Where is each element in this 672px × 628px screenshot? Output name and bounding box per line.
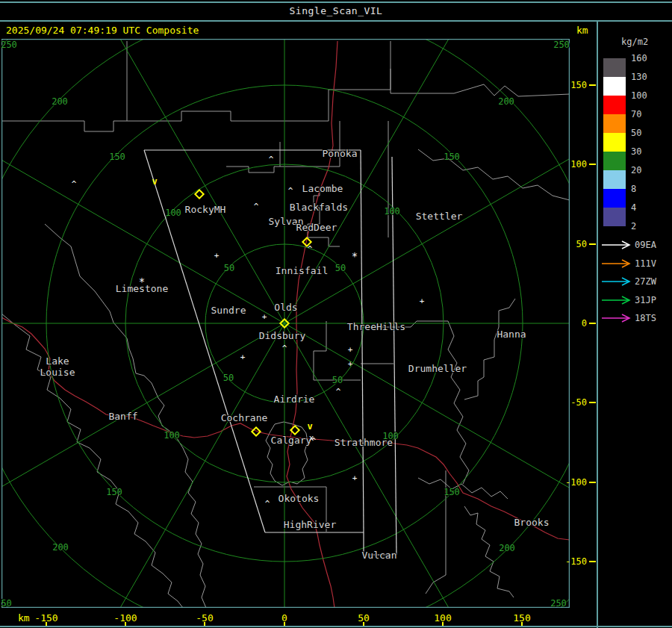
bottom-axis-unit-label: km xyxy=(18,612,30,624)
city-label: Airdrie xyxy=(274,394,315,405)
caret-marker: ^ xyxy=(72,180,77,188)
track-legend-arrow-icon xyxy=(602,296,632,305)
range-ring-label: 50 xyxy=(332,375,343,385)
city-label: Vulcan xyxy=(362,550,397,561)
track-legend-id-label: 27ZW xyxy=(635,276,656,287)
range-ring-label: 250 xyxy=(1,40,17,50)
track-legend-id-label: 111V xyxy=(635,258,656,269)
city-label: RedDeer xyxy=(296,222,337,233)
city-label: Olds xyxy=(274,302,297,313)
city-label: HighRiver xyxy=(284,519,336,530)
right-axis-tick-label: -100 xyxy=(565,477,587,488)
track-legend-id-label: 18TS xyxy=(635,313,656,323)
azimuth-radial-line xyxy=(284,39,485,323)
colorbar-swatch xyxy=(603,77,626,96)
plus-marker: + xyxy=(348,346,353,354)
colorbar-swatch xyxy=(603,133,626,152)
titlebar-bottom-border xyxy=(0,20,672,22)
range-ring-label: 150 xyxy=(444,487,460,497)
colorbar-swatch xyxy=(603,189,626,208)
city-label: Sundre xyxy=(211,305,246,316)
county-boundary-line xyxy=(448,321,469,484)
right-axis-tick-label: -150 xyxy=(565,556,587,567)
city-label: Banff xyxy=(108,411,137,422)
track-arrow-marker: v xyxy=(307,421,312,432)
city-label: Innisfail xyxy=(276,265,328,276)
colorbar-threshold-label: 130 xyxy=(631,72,647,82)
x-marker: x xyxy=(309,434,314,442)
colorbar-threshold-label: 160 xyxy=(631,53,647,63)
star-marker: * xyxy=(139,278,145,286)
range-ring-label: 200 xyxy=(499,543,515,553)
track-legend-arrow-icon xyxy=(602,259,632,268)
range-ring-label: 200 xyxy=(52,96,68,107)
plus-marker: + xyxy=(240,353,246,361)
city-label: Blackfalds xyxy=(290,202,348,213)
right-axis-tick xyxy=(589,164,596,165)
right-axis-tick-label: 150 xyxy=(565,80,587,90)
right-axis-tick xyxy=(589,323,596,324)
track-arrow-marker: v xyxy=(152,176,157,187)
colorbar-threshold-label: 8 xyxy=(631,184,636,194)
azimuth-radial-line xyxy=(85,323,285,608)
colorbar-threshold-label: 20 xyxy=(631,165,641,175)
right-axis-tick xyxy=(589,482,596,483)
track-legend-arrow-icon xyxy=(602,240,632,249)
track-legend-id-label: 31JP xyxy=(635,295,656,305)
city-label: Drumheller xyxy=(408,363,467,374)
range-ring-label: 250 xyxy=(550,598,567,608)
bottom-border xyxy=(0,626,672,627)
range-ring-label: 50 xyxy=(224,263,234,273)
range-ring-label: 200 xyxy=(498,96,514,107)
range-ring-label: 150 xyxy=(106,487,122,497)
right-axis-tick xyxy=(589,561,596,562)
scan-sector-outline xyxy=(361,150,364,532)
caret-marker: ^ xyxy=(308,245,313,253)
right-axis-tick-label: 100 xyxy=(565,159,587,170)
caret-marker: ^ xyxy=(265,500,270,508)
right-axis-tick xyxy=(589,402,596,403)
city-label: Ponoka xyxy=(323,148,358,159)
range-ring-label: 200 xyxy=(52,542,69,553)
colorbar-swatch xyxy=(603,96,626,114)
caret-marker: ^ xyxy=(336,388,341,396)
county-boundary-line xyxy=(418,149,570,200)
caret-marker: ^ xyxy=(282,344,287,352)
range-ring-label: 50 xyxy=(335,263,346,273)
right-axis-tick-label: 50 xyxy=(565,239,587,249)
range-ring-label: 100 xyxy=(164,430,180,441)
plus-marker: + xyxy=(420,297,425,305)
range-ring-label: 100 xyxy=(165,208,181,218)
city-label: Didsbury xyxy=(259,330,306,341)
range-ring-label: 150 xyxy=(109,152,125,162)
colorbar-swatch xyxy=(603,114,626,133)
city-label: Lake Louise xyxy=(40,355,75,378)
plus-marker: + xyxy=(214,252,220,260)
colorbar-swatch xyxy=(603,58,626,77)
colorbar-threshold-label: 30 xyxy=(631,146,641,157)
caret-marker: ^ xyxy=(254,202,259,211)
colorbar-swatch xyxy=(603,208,626,226)
city-label: Strathmore xyxy=(335,437,393,448)
star-marker: * xyxy=(352,252,358,261)
track-legend-arrow-icon xyxy=(602,314,632,323)
city-label: Brooks xyxy=(514,517,550,528)
colorbar-unit-label: kg/m2 xyxy=(621,37,648,47)
county-boundary-line xyxy=(226,121,340,172)
colorbar-threshold-label: 70 xyxy=(631,109,641,119)
azimuth-radial-line xyxy=(284,323,570,523)
right-axis-tick xyxy=(589,243,596,245)
colorbar-threshold-label: 100 xyxy=(631,90,647,101)
radar-app-window: Single_Scan_VIL 2025/09/24 07:49:19 UTC … xyxy=(0,0,672,628)
range-ring-label: 250 xyxy=(553,40,570,50)
right-axis-tick-label: 0 xyxy=(565,318,587,329)
county-boundary-line xyxy=(426,470,446,594)
radar-map-canvas[interactable]: 2502001501005050100150200250501001502002… xyxy=(1,39,570,608)
plus-marker: + xyxy=(262,313,267,321)
city-label: RockyMH xyxy=(185,204,226,215)
city-label: Stettler xyxy=(416,211,463,222)
legend-divider xyxy=(597,21,598,628)
caret-marker: ^ xyxy=(288,187,293,195)
city-label: Okotoks xyxy=(279,493,320,504)
county-boundary-line xyxy=(1,314,183,608)
